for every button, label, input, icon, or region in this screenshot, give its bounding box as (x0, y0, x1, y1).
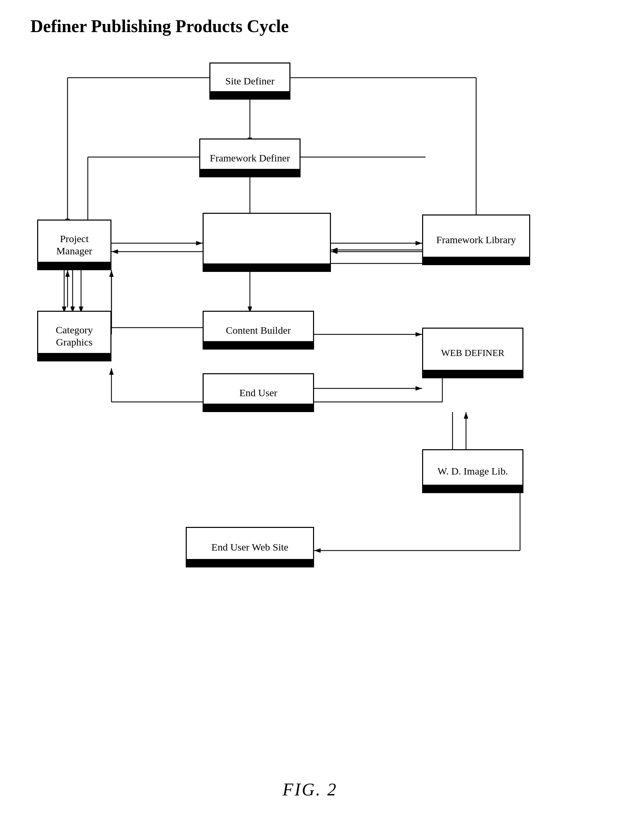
page-title: Definer Publishing Products Cycle (30, 16, 289, 36)
svg-marker-23 (416, 241, 421, 245)
wd-image-lib-box: W. D. Image Lib. (422, 449, 524, 493)
content-builder-footer (204, 341, 313, 349)
svg-marker-19 (196, 241, 202, 245)
site-definer-box: Site Definer (209, 62, 290, 99)
end-user-web-site-label: End User Web Site (207, 538, 292, 556)
framework-library-box: Framework Library (422, 214, 530, 265)
web-definer-label: WEB DEFINER (437, 345, 508, 361)
end-user-footer (204, 403, 313, 411)
end-user-web-site-box: End User Web Site (186, 527, 314, 568)
middle-box-label (263, 240, 271, 245)
site-definer-footer (211, 91, 289, 99)
content-builder-box: Content Builder (203, 311, 314, 349)
svg-marker-21 (112, 250, 118, 254)
framework-definer-label: Framework Definer (206, 149, 294, 167)
svg-marker-48 (416, 386, 421, 390)
wd-image-lib-footer (423, 485, 522, 492)
site-definer-label: Site Definer (221, 72, 278, 90)
middle-box-footer (204, 263, 330, 271)
category-graphics-label: Category Graphics (38, 321, 110, 351)
web-definer-box: WEB DEFINER (422, 328, 524, 378)
svg-marker-41 (110, 271, 113, 277)
category-graphics-footer (38, 353, 110, 360)
svg-marker-46 (110, 369, 113, 375)
end-user-box: End User (203, 373, 314, 412)
project-manager-box: Project Manager (37, 220, 111, 270)
category-graphics-box: Category Graphics (37, 311, 111, 361)
end-user-label: End User (235, 384, 281, 402)
middle-box (203, 213, 331, 272)
svg-marker-52 (464, 413, 468, 418)
project-manager-footer (38, 262, 110, 269)
content-builder-label: Content Builder (222, 322, 295, 339)
svg-marker-38 (416, 332, 421, 336)
framework-library-footer (423, 257, 529, 264)
svg-marker-57 (66, 271, 69, 277)
project-manager-label: Project Manager (38, 230, 110, 260)
end-user-web-site-footer (187, 559, 313, 566)
framework-definer-box: Framework Definer (199, 138, 301, 177)
svg-marker-17 (332, 250, 337, 254)
framework-definer-footer (200, 169, 299, 176)
svg-marker-25 (332, 248, 337, 252)
wd-image-lib-label: W. D. Image Lib. (433, 462, 512, 480)
framework-library-label: Framework Library (432, 231, 520, 248)
fig-label: FIG. 2 (283, 780, 338, 799)
svg-marker-55 (315, 548, 321, 552)
web-definer-footer (423, 370, 522, 377)
